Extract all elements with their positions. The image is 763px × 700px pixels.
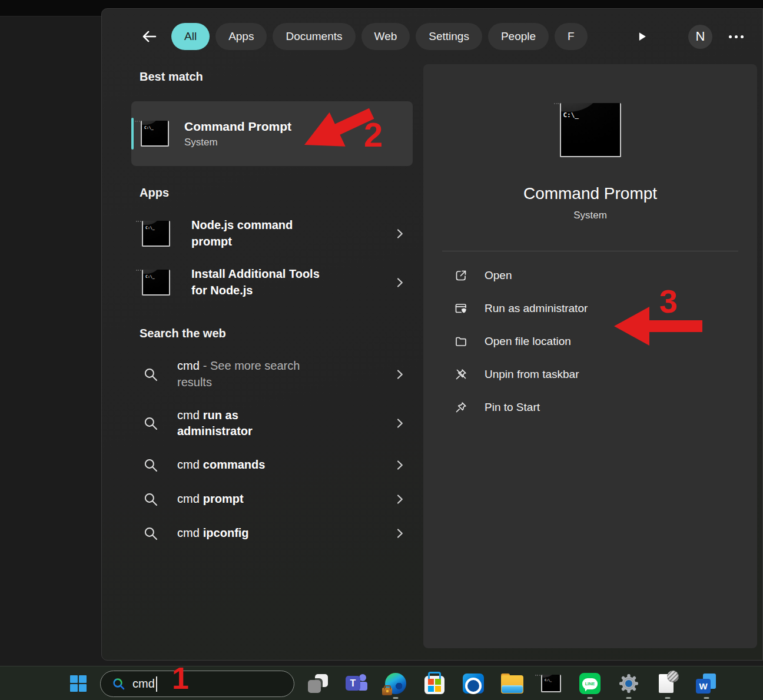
taskbar-icon-edge[interactable] [383,671,408,696]
search-flyout-panel: All Apps Documents Web Settings People F… [101,8,763,661]
taskbar-icon-microsoft-store[interactable] [422,671,447,696]
running-indicator [588,697,593,699]
web-suggestion-run-as-admin[interactable]: cmdrun as administrator [131,399,413,448]
chevron-right-icon[interactable] [393,276,407,290]
results-column: Best match C:\_ Command Prompt System Ap… [131,70,413,550]
command-prompt-icon: C:\_ [541,675,561,692]
tab-web[interactable]: Web [361,23,410,50]
text-cursor [156,676,157,692]
app-result-nodejs-prompt[interactable]: C:\_ Node.js command prompt [131,209,413,258]
taskbar-search-input[interactable]: cmd [100,671,294,697]
apps-header: Apps [140,186,413,200]
tabs-scroll-right-button[interactable] [635,30,648,43]
app-result-title: Node.js command prompt [191,217,303,250]
search-icon [142,366,160,383]
more-options-icon[interactable] [729,35,744,38]
running-indicator [665,697,671,699]
web-suggestion-ipconfig[interactable]: cmdipconfig [131,516,413,550]
command-prompt-icon: C:\_ [142,221,170,247]
search-icon [142,456,160,474]
tab-apps[interactable]: Apps [215,23,267,50]
divider [442,251,738,251]
best-match-result[interactable]: C:\_ Command Prompt System [131,101,413,166]
web-suggestion-text: cmdcommands [177,457,354,473]
selection-accent-bar [131,118,134,150]
microsoft-store-icon [424,676,444,694]
taskbar-icon-task-view[interactable] [306,671,330,696]
windows-desktop: All Apps Documents Web Settings People F… [0,0,763,700]
result-detail-panel: C:\_ Command Prompt System Open [423,64,757,648]
search-icon [142,490,160,508]
taskbar: cmd T C:\_ [0,666,763,700]
chevron-right-icon[interactable] [393,367,407,381]
search-the-web-header: Search the web [140,327,413,340]
action-run-as-administrator[interactable]: Run as administrator [442,292,738,325]
web-suggestion-commands[interactable]: cmdcommands [131,448,413,482]
taskbar-icon-teams[interactable]: T [344,671,369,696]
web-suggestion-text: cmdprompt [177,491,354,507]
running-indicator [704,697,709,699]
shield-window-icon [454,301,468,316]
web-suggestion-prompt[interactable]: cmdprompt [131,482,413,516]
web-suggestion-text: cmdipconfig [177,525,354,542]
best-match-title: Command Prompt [184,120,291,134]
search-query-text: cmd [132,677,155,691]
taskbar-icon-settings[interactable] [616,671,641,696]
unpin-icon [454,367,468,381]
app-result-title: Install Additional Tools for Node.js [191,266,333,298]
search-icon [142,525,160,542]
taskbar-icon-word[interactable]: W [694,671,719,696]
folder-icon [454,334,468,349]
web-suggestion-text: cmd- See more search results [177,358,304,390]
back-button[interactable] [140,26,160,47]
windows-logo-icon [70,675,87,692]
chevron-right-icon[interactable] [393,492,407,506]
chevron-right-icon[interactable] [393,416,407,430]
command-prompt-icon: C:\_ [142,270,170,296]
tab-settings[interactable]: Settings [416,23,482,50]
best-match-subtitle: System [184,137,291,148]
taskbar-icon-line[interactable]: LINE [578,671,602,696]
actions-list: Open Run as administrator [442,259,738,424]
detail-title: Command Prompt [523,184,657,203]
tab-folders-clipped[interactable]: F [555,23,588,50]
search-icon [142,414,160,432]
action-open-file-location[interactable]: Open file location [442,325,738,358]
filter-tabs-strip: All Apps Documents Web Settings People F [171,23,620,50]
word-icon: W [696,674,717,694]
back-arrow-icon [141,28,158,45]
teams-icon: T [346,673,368,694]
running-indicator [393,697,399,699]
open-external-icon [454,268,468,283]
filter-tabs-row: All Apps Documents Web Settings People F… [102,21,762,52]
start-button[interactable] [67,672,90,695]
edge-browser-icon [385,673,406,694]
app-result-install-node-tools[interactable]: C:\_ Install Additional Tools for Node.j… [131,258,413,307]
chevron-right-icon[interactable] [393,227,407,241]
command-prompt-icon: C:\_ [141,121,169,147]
taskbar-icon-outlook[interactable] [461,671,486,696]
best-match-header: Best match [140,70,413,84]
pin-icon [454,400,468,414]
taskbar-icon-file-explorer[interactable] [500,671,525,696]
web-suggestion-see-more[interactable]: cmd- See more search results [131,350,413,399]
tab-documents[interactable]: Documents [273,23,355,50]
settings-gear-icon [618,673,639,694]
action-unpin-from-taskbar[interactable]: Unpin from taskbar [442,358,738,391]
taskbar-icon-command-prompt[interactable]: C:\_ [539,671,563,696]
outlook-icon [463,674,484,694]
taskbar-icon-notepad[interactable] [655,671,680,696]
task-view-icon [308,674,328,693]
action-open[interactable]: Open [442,259,738,292]
user-avatar[interactable]: N [688,25,712,49]
tab-all[interactable]: All [171,23,210,50]
line-app-icon: LINE [579,673,601,694]
chevron-right-icon[interactable] [393,458,407,472]
search-icon [111,676,127,692]
work-briefcase-badge-icon [382,688,392,695]
action-pin-to-start[interactable]: Pin to Start [442,391,738,424]
chevron-right-icon[interactable] [393,526,407,540]
tab-people[interactable]: People [488,23,549,50]
taskbar-icons: T C:\_ LINE [306,671,719,696]
detail-subtitle: System [573,210,607,221]
